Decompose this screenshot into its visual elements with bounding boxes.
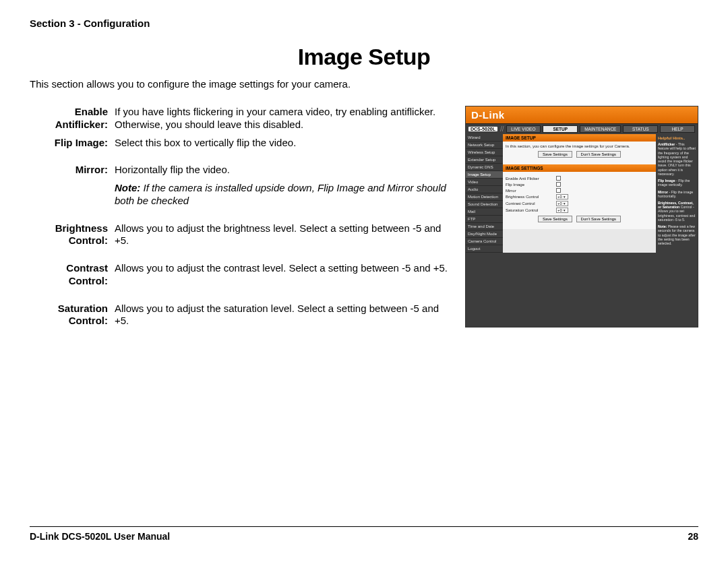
note-lead: Note: [115, 182, 140, 193]
note-body: If the camera is installed upside down, … [115, 182, 446, 206]
saturation-select[interactable]: +0▼ [556, 208, 568, 213]
tab-strip: DCS-5020L // LIVE VIDEO SETUP MAINTENANC… [466, 124, 698, 134]
sidebar-item[interactable]: Network Setup [466, 142, 503, 149]
main-panel: IMAGE SETUP In this section, you can con… [503, 134, 656, 253]
def-label-brightness: Brightness Control: [30, 222, 108, 248]
def-desc-contrast: Allows you to adjust the contrast level.… [115, 262, 456, 288]
sidebar-item[interactable]: FTP [466, 216, 503, 223]
row-label: Contrast Control [506, 201, 556, 206]
row-label: Flip Image [506, 183, 556, 187]
chevron-down-icon: ▼ [563, 201, 566, 206]
save-button[interactable]: Save Settings [538, 216, 572, 222]
section-header: Section 3 - Configuration [30, 18, 698, 29]
footer-page-number: 28 [688, 531, 698, 542]
brand-bar: D-Link [466, 106, 698, 124]
page-title: Image Setup [30, 44, 698, 70]
dont-save-button[interactable]: Don't Save Settings [576, 216, 621, 222]
tab-live-video[interactable]: LIVE VIDEO [506, 125, 541, 133]
hints-panel: Helpful Hints.. Antiflicker - This featu… [656, 134, 698, 253]
sidebar-item[interactable]: Sound Detection [466, 201, 503, 208]
page-footer: D-Link DCS-5020L User Manual 28 [30, 526, 698, 542]
flip-checkbox[interactable] [556, 182, 561, 187]
row-label: Brightness Control [506, 195, 556, 199]
sidebar-item-image-setup[interactable]: Image Setup [466, 171, 503, 179]
sidebar-item[interactable]: Extender Setup [466, 156, 503, 164]
row-label: Saturation Control [506, 208, 556, 212]
sidebar-item[interactable]: Dynamic DNS [466, 164, 503, 171]
model-badge: DCS-5020L [468, 127, 497, 131]
panel-subtitle: In this section, you can configure the i… [506, 144, 653, 148]
tab-maintenance[interactable]: MAINTENANCE [580, 125, 621, 133]
sidebar-item[interactable]: Wizard [466, 134, 503, 142]
chevron-down-icon: ▼ [563, 208, 566, 212]
sidebar-item[interactable]: Video [466, 179, 503, 186]
sidebar-item[interactable]: Audio [466, 186, 503, 193]
def-note: Note: If the camera is installed upside … [115, 182, 456, 208]
mirror-checkbox[interactable] [556, 188, 561, 193]
sidebar-item[interactable]: Camera Control [466, 238, 503, 245]
sidebar-item[interactable]: Mail [466, 208, 503, 216]
definitions-column: Enable Antiflicker: If you have lights f… [30, 106, 456, 327]
footer-manual: D-Link DCS-5020L User Manual [30, 531, 170, 542]
tab-setup[interactable]: SETUP [543, 125, 578, 133]
sidebar-item[interactable]: Motion Detection [466, 193, 503, 201]
save-button[interactable]: Save Settings [538, 151, 572, 158]
slant-divider: // [500, 125, 504, 133]
def-label-flip: Flip Image: [30, 137, 108, 150]
def-desc-antiflicker: If you have lights flickering in your ca… [115, 106, 456, 131]
intro-text: This section allows you to configure the… [30, 78, 698, 90]
contrast-select[interactable]: +0▼ [556, 201, 568, 206]
def-label-saturation: Saturation Control: [30, 303, 108, 328]
def-label-antiflicker: Enable Antiflicker: [30, 106, 108, 131]
embedded-screenshot: D-Link DCS-5020L // LIVE VIDEO SETUP MAI… [465, 106, 698, 327]
hints-title: Helpful Hints.. [658, 136, 696, 141]
brightness-select[interactable]: +0▼ [556, 194, 568, 199]
tab-status[interactable]: STATUS [623, 125, 658, 133]
tab-help[interactable]: HELP [660, 125, 695, 133]
sidebar-item[interactable]: Wireless Setup [466, 149, 503, 156]
chevron-down-icon: ▼ [563, 195, 566, 199]
row-label: Mirror [506, 189, 556, 193]
def-label-contrast: Contrast Control: [30, 262, 108, 288]
def-desc-saturation: Allows you to adjust the saturation leve… [115, 303, 456, 328]
settings-title: IMAGE SETTINGS [503, 164, 656, 172]
def-desc-mirror: Horizontally flip the video. [115, 164, 456, 177]
sidebar-item[interactable]: Logout [466, 245, 503, 253]
def-desc-flip: Select this box to vertically flip the v… [115, 137, 456, 150]
antiflicker-checkbox[interactable] [556, 176, 561, 181]
dont-save-button[interactable]: Don't Save Settings [576, 151, 621, 158]
def-desc-brightness: Allows you to adjust the brightness leve… [115, 222, 456, 248]
sidebar-item[interactable]: Day/Night Mode [466, 230, 503, 238]
def-label-mirror: Mirror: [30, 164, 108, 177]
sidebar-item[interactable]: Time and Date [466, 223, 503, 230]
sidebar: Wizard Network Setup Wireless Setup Exte… [466, 134, 503, 253]
panel-title: IMAGE SETUP [503, 134, 656, 142]
row-label: Enable Anti Flicker [506, 177, 556, 181]
